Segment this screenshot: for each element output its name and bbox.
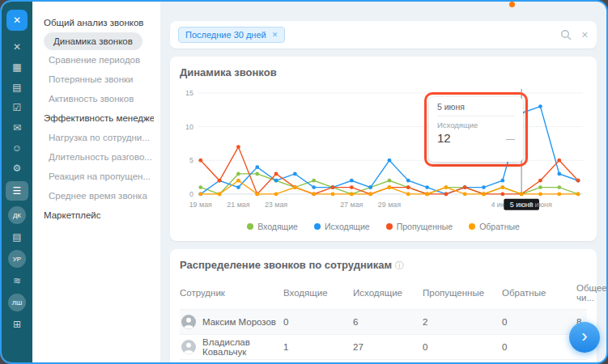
cell-missed: 2 <box>423 317 502 327</box>
legend-outgoing[interactable]: Исходящие <box>314 222 370 231</box>
col-employee[interactable]: Сотрудник <box>180 288 283 298</box>
svg-text:29 мая: 29 мая <box>378 201 401 209</box>
legend-label: Пропущенные <box>397 222 453 231</box>
svg-text:6 июня: 6 июня <box>529 201 552 209</box>
tooltip-date: 5 июня <box>437 102 515 112</box>
cell-outgoing: 6 <box>353 317 423 327</box>
close-button[interactable]: ✕ <box>6 10 28 31</box>
sidebar-item-missed-reaction[interactable]: Реакция на пропущен... <box>39 167 154 186</box>
tooltip-series-label: Исходящие <box>437 121 515 129</box>
svg-text:10: 10 <box>185 123 193 131</box>
sidebar-item-marketplace[interactable]: Маркетплейс <box>39 205 154 225</box>
table-row[interactable]: Владислав Ковальчук 1 27 0 0 28 <box>180 335 587 360</box>
cell-incoming: 0 <box>283 317 353 327</box>
sidebar-item-lost-calls[interactable]: Потерянные звонки <box>39 70 154 89</box>
sidebar-item-manager-efficiency[interactable]: Эффективность менедже... <box>39 108 154 128</box>
legend-dot-outgoing <box>314 223 321 230</box>
settings-icon[interactable]: ⚙ <box>6 161 28 176</box>
legend-missed[interactable]: Пропущенные <box>386 222 453 231</box>
sidebar-item-overall-analysis[interactable]: Общий анализ звонков <box>39 13 154 32</box>
col-callback[interactable]: Обратные <box>502 288 576 298</box>
svg-text:21 мая: 21 мая <box>227 201 249 209</box>
chart-tooltip: 5 июня Исходящие 12 — <box>429 97 523 162</box>
call-dynamics-card: Динамика звонков 05101519 мая21 мая23 ма… <box>170 57 597 241</box>
tooltip-secondary-value: — <box>506 133 515 143</box>
svg-text:0: 0 <box>189 190 193 198</box>
table-title-text: Распределение звонков по сотрудникам <box>180 259 392 271</box>
cell-callback: 0 <box>502 342 576 352</box>
col-outgoing[interactable]: Исходящие <box>353 288 423 298</box>
table-header: Сотрудник Входящие Исходящие Пропущенные… <box>180 277 587 310</box>
cell-outgoing: 27 <box>353 342 423 352</box>
legend-dot-callback <box>469 223 475 230</box>
clear-filter-icon[interactable]: ✕ <box>581 30 589 40</box>
sidebar-item-employee-load[interactable]: Нагрузка по сотрудни... <box>39 128 154 147</box>
analytics-icon[interactable]: ☰ <box>6 181 28 201</box>
table-row[interactable]: Максим Морозов 0 6 2 0 8 <box>180 310 587 335</box>
legend-label: Входящие <box>257 222 298 231</box>
apps-icon[interactable]: ⊞ <box>6 317 28 332</box>
sidebar: Общий анализ звонков Динамика звонков Ср… <box>32 2 160 362</box>
cell-missed: 0 <box>423 342 502 352</box>
sidebar-item-call-dynamics[interactable]: Динамика звонков <box>44 32 142 50</box>
table-title: Распределение звонков по сотрудникам ⓘ <box>180 259 587 272</box>
contacts-icon[interactable]: ☺ <box>6 141 28 155</box>
tasks-icon[interactable]: ☑ <box>6 100 28 115</box>
legend-dot-incoming <box>247 223 253 230</box>
sidebar-item-avg-call-time[interactable]: Среднее время звонка <box>39 186 154 205</box>
col-total[interactable]: Общее чи... <box>576 283 606 303</box>
search-icon[interactable] <box>560 29 572 40</box>
legend-label: Обратные <box>479 222 520 231</box>
app-window: ✕ ✕ ▦ ▤ ☑ ✉ ☺ ⚙ ☰ ДК ▤ УР ≋ ЛШ ⊞ Общий а… <box>0 0 608 364</box>
next-page-button[interactable]: › <box>569 322 600 353</box>
col-missed[interactable]: Пропущенные <box>423 288 502 298</box>
filter-bar: Последние 30 дней ✕ ✕ <box>170 21 597 49</box>
messages-icon[interactable]: ✉ <box>6 121 28 135</box>
avatar-ur[interactable]: УР <box>8 250 26 268</box>
files-icon[interactable]: ▤ <box>6 230 28 244</box>
user-avatar-icon <box>181 315 196 329</box>
screen: ✕ ✕ ▦ ▤ ☑ ✉ ☺ ⚙ ☰ ДК ▤ УР ≋ ЛШ ⊞ Общий а… <box>0 0 608 364</box>
integrations-icon[interactable]: ≋ <box>6 273 28 288</box>
calendar-icon[interactable]: ▦ <box>6 60 28 74</box>
tooltip-highlight-box: 5 июня Исходящие 12 — <box>424 92 528 167</box>
legend-label: Исходящие <box>325 222 370 231</box>
info-icon[interactable]: ⓘ <box>395 260 404 270</box>
svg-text:27 мая: 27 мая <box>340 201 363 209</box>
filter-tag-label: Последние 30 дней <box>185 30 266 40</box>
dismiss-icon[interactable]: ✕ <box>6 40 28 54</box>
cell-callback: 0 <box>502 317 576 327</box>
filter-tag[interactable]: Последние 30 дней ✕ <box>178 27 285 43</box>
svg-text:23 мая: 23 мая <box>265 201 287 209</box>
avatar-dk[interactable]: ДК <box>8 206 26 224</box>
documents-icon[interactable]: ▤ <box>6 80 28 95</box>
svg-text:15: 15 <box>185 89 193 97</box>
notification-dot <box>509 2 515 7</box>
sidebar-item-call-duration[interactable]: Длительность разгово... <box>39 147 154 167</box>
legend-callback[interactable]: Обратные <box>469 222 520 231</box>
employee-distribution-card: Распределение звонков по сотрудникам ⓘ С… <box>170 249 597 362</box>
col-incoming[interactable]: Входящие <box>283 288 353 298</box>
employee-name: Владислав Ковальчук <box>202 337 283 357</box>
tooltip-value: 12 <box>437 131 451 145</box>
svg-text:19 мая: 19 мая <box>189 201 212 209</box>
filter-tag-close-icon[interactable]: ✕ <box>272 31 278 39</box>
user-avatar-icon <box>181 340 196 354</box>
svg-text:5: 5 <box>189 156 193 164</box>
sidebar-item-period-comparison[interactable]: Сравнение периодов <box>39 50 154 70</box>
employee-name: Максим Морозов <box>202 317 276 327</box>
chart-title: Динамика звонков <box>180 66 587 78</box>
icon-rail: ✕ ✕ ▦ ▤ ☑ ✉ ☺ ⚙ ☰ ДК ▤ УР ≋ ЛШ ⊞ <box>2 2 32 362</box>
legend-dot-missed <box>386 223 393 230</box>
main-content: Последние 30 дней ✕ ✕ Динамика звонков 0… <box>160 2 606 362</box>
sidebar-item-call-activity[interactable]: Активность звонков <box>39 89 154 108</box>
chart-legend: Входящие Исходящие Пропущенные Обратные <box>180 222 587 231</box>
cell-incoming: 1 <box>283 342 353 352</box>
avatar-lsh[interactable]: ЛШ <box>8 294 26 311</box>
legend-incoming[interactable]: Входящие <box>247 222 298 231</box>
